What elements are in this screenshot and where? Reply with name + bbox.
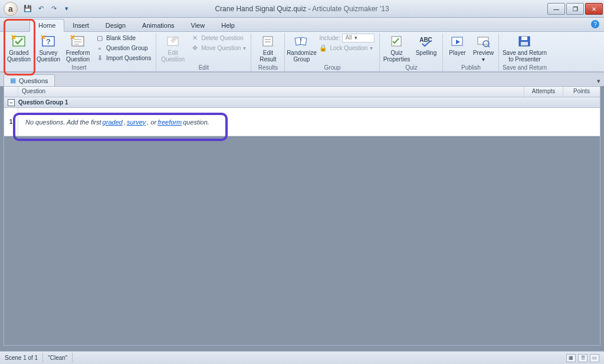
tab-view[interactable]: View [183,19,214,31]
player-button[interactable]: Player [445,33,469,64]
tab-animations[interactable]: Animations [134,19,182,31]
ribbon-group-save-return: Save and Return to Presenter Save and Re… [499,33,550,71]
window-controls: — ❐ ✕ [547,2,604,15]
quiz-properties-icon [388,34,405,48]
grid-header: Question Attempts Points [4,87,600,97]
tab-insert[interactable]: Insert [64,19,97,31]
include-select[interactable]: All [342,34,375,42]
graded-question-button[interactable]: Graded Question [5,33,33,64]
ribbon-group-insert: Graded Question ? Survey Question Freefo… [2,33,156,71]
tab-design[interactable]: Design [97,19,134,31]
svg-rect-21 [521,37,527,40]
group-collapse-toggle[interactable]: − [8,99,15,106]
redo-icon[interactable]: ↷ [49,4,58,14]
ribbon-group-publish: Player Preview▾ Publish [443,33,499,71]
delete-icon: ✕ [191,34,199,42]
title-bar: a 💾 ↶ ↷ ▾ Crane Hand Signal Quiz.quiz - … [0,0,604,18]
ribbon-tabs: Home Insert Design Animations View Help … [0,18,604,32]
quiz-properties-button[interactable]: Quiz Properties [382,33,411,64]
row-index: 1 [4,108,18,136]
delete-question-button: ✕Delete Question [188,33,248,43]
window-title: Crane Hand Signal Quiz.quiz - Articulate… [215,5,389,13]
status-clean: "Clean" [43,353,73,363]
save-return-button[interactable]: Save and Return to Presenter [501,33,547,64]
tab-help[interactable]: Help [213,19,243,31]
svg-text:ABC: ABC [420,37,433,43]
spelling-button[interactable]: ABC Spelling [412,33,440,64]
spelling-icon: ABC [418,34,434,48]
svg-rect-8 [263,37,273,46]
svg-line-19 [488,45,490,47]
maximize-button[interactable]: ❐ [566,3,584,15]
svg-rect-22 [521,42,528,45]
help-icon[interactable]: ? [591,20,599,28]
close-button[interactable]: ✕ [585,3,603,15]
blank-slide-icon: ▢ [96,34,104,42]
view-list-icon[interactable]: ☰ [578,354,587,362]
questions-panel-tab[interactable]: ▦ Questions [4,74,55,87]
app-icon[interactable]: a [4,2,18,16]
question-group-icon: ▫ [96,44,104,53]
column-number[interactable] [4,87,18,97]
quick-access-toolbar: 💾 ↶ ↷ ▾ [23,4,71,14]
view-single-icon[interactable]: ▭ [590,354,599,362]
ribbon: Graded Question ? Survey Question Freefo… [0,32,604,72]
undo-icon[interactable]: ↶ [36,4,45,14]
save-icon[interactable]: 💾 [23,4,32,14]
edit-result-button[interactable]: Edit Result [254,33,282,64]
question-grid: Question Attempts Points − Question Grou… [4,86,600,346]
preview-icon [475,34,491,48]
link-graded[interactable]: graded [103,119,123,126]
questions-tab-icon: ▦ [10,77,16,84]
link-freeform[interactable]: freeform [157,119,182,126]
panel-dropdown[interactable]: ▾ [593,76,604,86]
view-switcher: ▦ ☰ ▭ [566,354,604,362]
file-name: Crane Hand Signal Quiz.quiz [215,5,306,13]
ribbon-group-edit: Edit Question ✕Delete Question ✥Move Que… [156,33,251,71]
import-icon: ⇩ [96,54,104,63]
status-bar: Scene 1 of 1 "Clean" ▦ ☰ ▭ [0,351,604,364]
include-row: Include: All [317,33,377,43]
tab-home[interactable]: Home [29,19,64,32]
edit-question-button: Edit Question [159,33,187,64]
status-scene: Scene 1 of 1 [0,353,43,363]
import-questions-button[interactable]: ⇩Import Questions [93,53,153,63]
lock-icon: 🔒 [319,44,327,53]
empty-message: No questions. Add the first graded , sur… [18,108,600,136]
randomize-icon [293,34,310,48]
ribbon-group-results: Edit Result Results [251,33,285,71]
qat-dropdown-icon[interactable]: ▾ [62,4,71,14]
view-grid-icon[interactable]: ▦ [566,354,576,362]
freeform-question-icon [70,34,86,48]
question-group-button[interactable]: ▫Question Group [93,43,153,53]
question-group-row[interactable]: − Question Group 1 [4,97,600,108]
ribbon-group-group: Randomize Group Include: All 🔒Lock Quest… [285,33,380,71]
survey-question-icon: ? [40,34,57,48]
svg-rect-12 [300,37,307,45]
empty-question-row: 1 No questions. Add the first graded , s… [4,108,600,136]
freeform-question-button[interactable]: Freeform Question [64,33,92,64]
graded-question-icon [11,34,27,48]
blank-slide-button[interactable]: ▢Blank Slide [93,33,153,43]
panel-tabs: ▦ Questions ▾ [0,72,604,86]
minimize-button[interactable]: — [547,3,565,15]
ribbon-group-quiz: Quiz Properties ABC Spelling Quiz [380,33,443,71]
player-icon [449,34,465,48]
app-name: Articulate Quizmaker '13 [312,5,389,13]
move-icon: ✥ [191,44,199,53]
preview-button[interactable]: Preview▾ [470,33,496,64]
column-question[interactable]: Question [18,87,524,97]
survey-question-button[interactable]: ? Survey Question [34,33,63,64]
randomize-group-button[interactable]: Randomize Group [287,33,316,64]
edit-question-icon [165,34,181,48]
lock-question-button: 🔒Lock Question ▾ [317,43,377,53]
column-attempts[interactable]: Attempts [524,87,563,97]
link-survey[interactable]: survey [127,119,146,126]
save-return-icon [516,34,533,48]
svg-text:?: ? [46,37,51,46]
move-question-button: ✥Move Question ▾ [188,43,248,53]
column-points[interactable]: Points [563,87,600,97]
edit-result-icon [260,34,276,48]
